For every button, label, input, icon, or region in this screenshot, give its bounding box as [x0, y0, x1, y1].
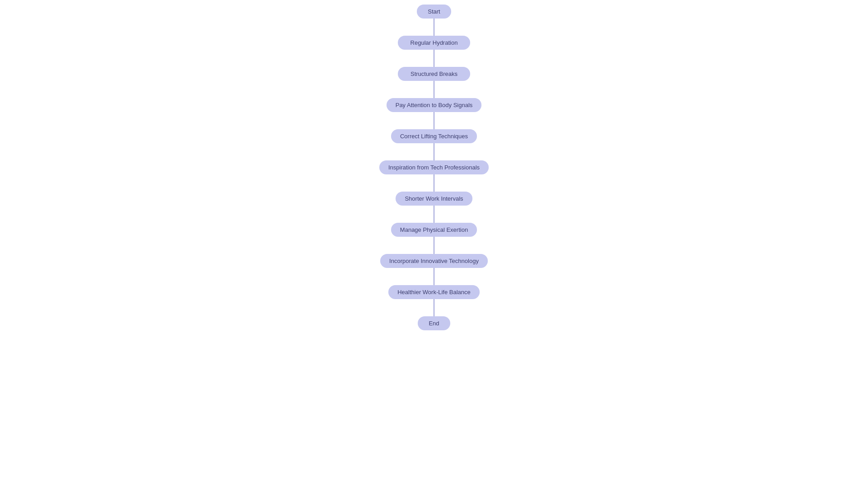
node-pay-attention: Pay Attention to Body Signals — [387, 98, 482, 112]
connector-5 — [434, 143, 434, 160]
connector-4 — [434, 112, 434, 129]
node-incorporate-tech: Incorporate Innovative Technology — [380, 254, 488, 268]
node-manage-physical: Manage Physical Exertion — [391, 223, 477, 237]
node-inspiration-tech: Inspiration from Tech Professionals — [379, 160, 489, 174]
node-correct-lifting: Correct Lifting Techniques — [391, 129, 477, 143]
node-regular-hydration: Regular Hydration — [398, 36, 470, 50]
node-start: Start — [417, 5, 451, 19]
flowchart: Start Regular Hydration Structured Break… — [0, 0, 868, 330]
node-structured-breaks: Structured Breaks — [398, 67, 470, 81]
connector-10 — [434, 299, 434, 316]
connector-9 — [434, 268, 434, 285]
node-shorter-work: Shorter Work Intervals — [396, 192, 472, 206]
connector-6 — [434, 174, 434, 192]
connector-1 — [434, 19, 434, 36]
connector-7 — [434, 206, 434, 223]
connector-8 — [434, 237, 434, 254]
connector-3 — [434, 81, 434, 98]
node-end: End — [418, 316, 450, 330]
connector-2 — [434, 50, 434, 67]
node-healthier-balance: Healthier Work-Life Balance — [388, 285, 480, 299]
